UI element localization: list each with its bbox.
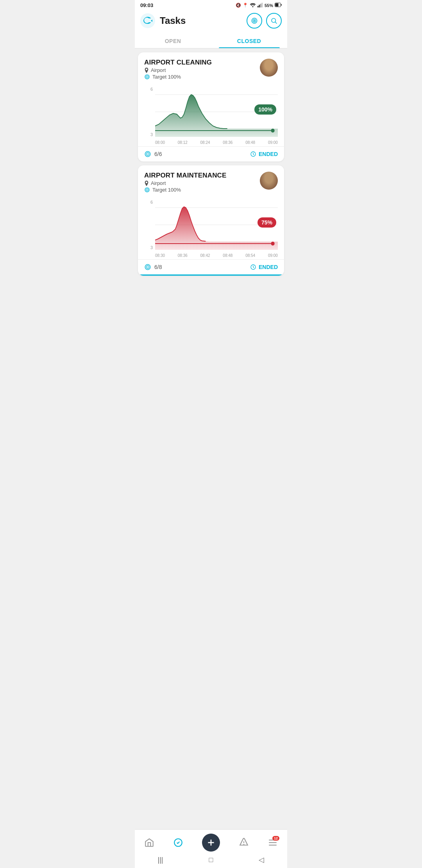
chart-y-labels: 6 3 (144, 87, 153, 137)
card-title-group: AIRPORT CLEANING Airport Target 100% (144, 59, 212, 83)
card-header-2: AIRPORT MAINTENANCE Airport Target 100% (144, 172, 278, 196)
status-right: 🔇 📍 55% (236, 3, 282, 8)
tab-open[interactable]: OPEN (135, 33, 211, 48)
chart-y-labels-2: 6 3 (144, 200, 153, 250)
status-bar: 09:03 🔇 📍 55% (135, 0, 287, 10)
cast-button[interactable] (247, 13, 262, 29)
avatar (260, 59, 278, 77)
page-title: Tasks (160, 15, 247, 26)
card-footer-2: 6/8 ENDED (138, 259, 284, 274)
card-title-group-2: AIRPORT MAINTENANCE Airport Target 100% (144, 172, 227, 196)
tab-closed[interactable]: CLOSED (211, 33, 287, 48)
card-target-2: Target 100% (144, 187, 227, 193)
card-header: AIRPORT CLEANING Airport Target 100% (144, 59, 278, 83)
svg-point-24 (147, 154, 148, 154)
battery-icon (275, 3, 282, 8)
card-title: AIRPORT CLEANING (144, 59, 212, 66)
location-icon: 📍 (243, 3, 248, 8)
svg-point-7 (140, 13, 155, 28)
percentage-badge-green: 100% (254, 104, 276, 115)
footer-count-2: 6/8 (144, 264, 162, 271)
card-location-2: Airport (144, 180, 227, 186)
chart-airport-cleaning: 6 3 (144, 84, 278, 146)
chart-svg-area: 100% (155, 87, 278, 137)
card-target: Target 100% (144, 74, 212, 80)
svg-rect-2 (259, 5, 260, 7)
svg-point-28 (147, 190, 148, 190)
status-time: 09:03 (140, 2, 153, 8)
svg-rect-1 (257, 6, 259, 7)
card-airport-cleaning[interactable]: AIRPORT CLEANING Airport Target 100% (138, 52, 284, 161)
mute-icon: 🔇 (236, 3, 241, 8)
card-bottom-indicator (138, 274, 284, 276)
svg-rect-6 (275, 4, 279, 7)
card-footer-1: 6/6 ENDED (138, 146, 284, 161)
signal-icon (257, 3, 263, 8)
header-actions (247, 13, 282, 29)
footer-count: 6/6 (144, 151, 162, 158)
content-area: AIRPORT CLEANING Airport Target 100% (135, 48, 287, 280)
svg-point-11 (254, 20, 255, 21)
svg-line-13 (275, 22, 277, 23)
footer-status: ENDED (250, 151, 278, 157)
card-location: Airport (144, 67, 212, 73)
card-airport-maintenance[interactable]: AIRPORT MAINTENANCE Airport Target 100% (138, 165, 284, 276)
svg-point-0 (252, 6, 253, 7)
svg-rect-3 (260, 4, 261, 7)
search-button[interactable] (266, 13, 282, 29)
wifi-icon (250, 3, 256, 8)
chart-svg-area-2: 75% (155, 200, 278, 250)
chart-airport-maintenance: 6 3 (144, 197, 278, 259)
svg-point-21 (271, 129, 274, 133)
avatar-2 (260, 172, 278, 190)
card-title-2: AIRPORT MAINTENANCE (144, 172, 227, 179)
chart-x-labels-2: 08:30 08:36 08:42 08:48 08:54 09:00 (155, 253, 278, 258)
svg-point-32 (271, 242, 274, 246)
tab-bar: OPEN CLOSED (135, 33, 287, 48)
percentage-badge-red: 75% (257, 217, 276, 228)
svg-rect-4 (261, 3, 263, 7)
svg-point-12 (272, 18, 276, 23)
svg-point-16 (147, 77, 148, 77)
chart-x-labels: 08:00 08:12 08:24 08:36 08:48 09:00 (155, 140, 278, 145)
header: Tasks (135, 10, 287, 33)
battery-percent: 55% (265, 3, 273, 8)
footer-status-2: ENDED (250, 264, 278, 270)
app-logo (140, 13, 155, 28)
svg-point-35 (147, 267, 148, 267)
